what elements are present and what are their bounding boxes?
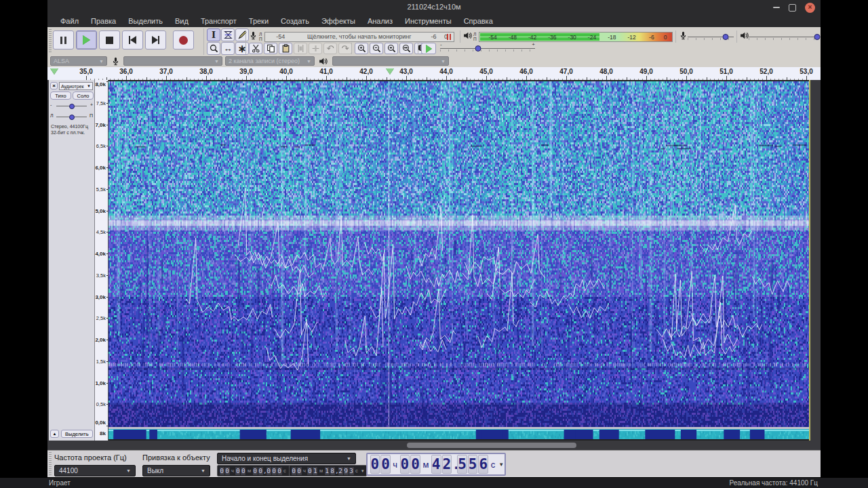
audio-position-display[interactable]: 00ч00м42.556с▼: [366, 453, 506, 476]
digit[interactable]: 1: [325, 467, 330, 475]
recording-device-select[interactable]: ▼: [123, 56, 222, 66]
digit[interactable]: 5: [468, 455, 478, 474]
vertical-scrollbar[interactable]: [811, 80, 821, 441]
digit[interactable]: 0: [307, 467, 312, 475]
slider-thumb[interactable]: [814, 34, 820, 40]
chevron-down-icon[interactable]: ▼: [361, 469, 365, 473]
digit[interactable]: 0: [297, 467, 302, 475]
digit[interactable]: 2: [338, 467, 343, 475]
digit[interactable]: 0: [370, 455, 380, 474]
play-button[interactable]: [76, 30, 97, 49]
minimize-button[interactable]: [773, 7, 780, 8]
track-name-menu[interactable]: Аудиотрек▼: [59, 82, 93, 90]
timeline-ruler[interactable]: 35,036,037,038,039,040,041,042,043,044,0…: [47, 67, 821, 81]
select-track-button[interactable]: Выделить: [61, 430, 93, 438]
digit[interactable]: .: [452, 456, 457, 472]
menu-Файл[interactable]: Файл: [54, 17, 85, 25]
project-rate-select[interactable]: 44100 ▼: [54, 465, 136, 476]
digit[interactable]: 6: [478, 455, 488, 474]
digit[interactable]: 2: [442, 455, 452, 474]
chevron-down-icon[interactable]: ▼: [498, 462, 504, 468]
digit[interactable]: 1: [313, 467, 317, 475]
selection-tool-button[interactable]: I: [207, 28, 220, 41]
digit[interactable]: 4: [431, 455, 441, 474]
menu-Эффекты[interactable]: Эффекты: [315, 17, 361, 25]
quick-play-marker[interactable]: [50, 68, 58, 75]
digit[interactable]: ,: [263, 467, 266, 474]
zoom-fit-button[interactable]: [399, 43, 413, 54]
mute-button[interactable]: Тихо: [50, 92, 71, 100]
slider-thumb[interactable]: [722, 34, 728, 40]
digit[interactable]: 5: [457, 455, 467, 474]
spectrogram-channel-2[interactable]: [108, 429, 809, 439]
digit[interactable]: 0: [380, 455, 391, 474]
menu-Анализ[interactable]: Анализ: [361, 17, 399, 25]
timeshift-tool-button[interactable]: ↔: [221, 42, 235, 55]
slider-thumb[interactable]: [475, 45, 481, 52]
selection-range-mode-select[interactable]: Начало и конец выделения ▼: [217, 453, 356, 464]
selection-start-field[interactable]: 00ч00м00,000с▼: [217, 465, 295, 476]
recording-volume-slider[interactable]: [688, 31, 734, 42]
digit[interactable]: 0: [225, 467, 230, 475]
record-button[interactable]: [173, 30, 194, 49]
menu-Транспорт[interactable]: Транспорт: [195, 17, 243, 25]
host-select[interactable]: ALSA▼: [50, 56, 107, 66]
digit[interactable]: 9: [344, 467, 349, 475]
envelope-tool-button[interactable]: [221, 28, 235, 41]
menu-Вид[interactable]: Вид: [169, 17, 195, 25]
digit[interactable]: 0: [267, 467, 271, 475]
cut-button[interactable]: [249, 43, 262, 54]
recording-meter[interactable]: ЛП-54Щёлкните, чтобы начать мониторинг-6…: [245, 30, 454, 43]
zoom-tool-button[interactable]: [207, 42, 220, 55]
menu-Треки[interactable]: Треки: [243, 17, 275, 25]
zoom-selection-button[interactable]: [384, 43, 398, 54]
skip-start-button[interactable]: [122, 30, 143, 49]
digit[interactable]: 0: [292, 467, 296, 475]
pan-slider[interactable]: [56, 113, 87, 121]
playback-volume-slider[interactable]: [749, 31, 818, 42]
collapse-track-button[interactable]: ▲: [50, 430, 59, 438]
selbar-gripper[interactable]: [49, 452, 52, 476]
digit[interactable]: 0: [253, 467, 258, 475]
digit[interactable]: 0: [258, 467, 263, 475]
skip-end-button[interactable]: [145, 30, 166, 49]
gain-slider[interactable]: [56, 102, 87, 110]
digit[interactable]: ,: [335, 467, 338, 474]
play-at-speed-button[interactable]: [421, 43, 436, 54]
paste-button[interactable]: [279, 43, 292, 54]
speed-slider[interactable]: -+: [440, 43, 535, 54]
horizontal-scrollbar-thumb[interactable]: [407, 443, 576, 448]
menu-Инструменты[interactable]: Инструменты: [399, 17, 458, 25]
recording-meter-bar[interactable]: -54Щёлкните, чтобы начать мониторинг-60: [264, 32, 454, 42]
digit[interactable]: 0: [220, 467, 224, 475]
digit[interactable]: 0: [400, 455, 410, 474]
digit[interactable]: 0: [410, 455, 420, 474]
menu-Справка[interactable]: Справка: [458, 17, 499, 25]
digit[interactable]: 0: [241, 467, 245, 475]
slider-thumb[interactable]: [69, 104, 75, 109]
digit[interactable]: 8: [330, 467, 335, 475]
playback-meter[interactable]: ЛП-54-48-42-36-30-24-18-12-60: [460, 30, 673, 43]
close-button[interactable]: ×: [805, 3, 815, 13]
snap-to-select[interactable]: Выкл ▼: [142, 465, 210, 476]
recording-channels-select[interactable]: 2 канала записи (стерео)▼: [225, 56, 315, 66]
digit[interactable]: 3: [349, 467, 354, 475]
maximize-button[interactable]: [789, 4, 796, 12]
copy-button[interactable]: [264, 43, 277, 54]
digit[interactable]: 0: [235, 467, 240, 475]
zoom-in-button[interactable]: [355, 43, 368, 54]
menu-Правка[interactable]: Правка: [85, 17, 122, 25]
selection-end-field[interactable]: 00ч01м18,293с▼: [289, 465, 367, 476]
close-track-button[interactable]: ×: [50, 82, 58, 89]
spectrogram-view[interactable]: [108, 80, 810, 441]
menu-Выделить[interactable]: Выделить: [122, 17, 169, 25]
playback-meter-bar[interactable]: -54-48-42-36-30-24-18-12-60: [479, 32, 673, 42]
toolbar-gripper[interactable]: [49, 29, 52, 54]
solo-button[interactable]: Соло: [73, 92, 94, 100]
horizontal-scrollbar[interactable]: [47, 441, 821, 450]
digit[interactable]: 0: [272, 467, 277, 475]
slider-thumb[interactable]: [69, 115, 75, 120]
quick-play-marker[interactable]: [386, 68, 394, 75]
digit[interactable]: 0: [277, 467, 282, 475]
spectrogram-channel-1[interactable]: [108, 81, 809, 427]
